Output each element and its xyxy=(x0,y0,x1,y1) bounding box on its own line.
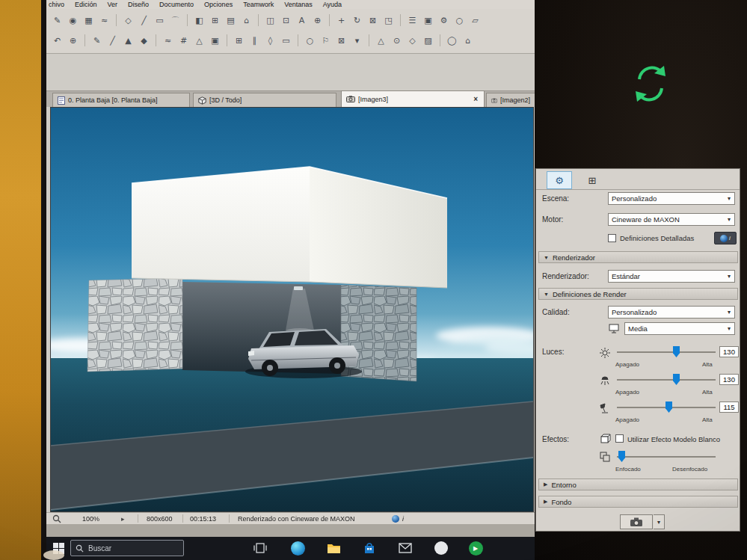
menu-item[interactable]: Ventanas xyxy=(284,1,313,8)
toolbar-icon[interactable]: ▱ xyxy=(469,13,482,27)
tab-imagen2[interactable]: [Imagen2] xyxy=(486,93,535,107)
zoom-level[interactable]: 100% xyxy=(82,515,99,523)
calidad-select[interactable]: Personalizado ▾ xyxy=(608,306,735,319)
toolbar-icon[interactable]: ◇ xyxy=(122,13,135,27)
toolbar-icon[interactable]: ◯ xyxy=(446,34,458,47)
toolbar-icon[interactable]: ⌂ xyxy=(461,34,474,47)
toolbar-icon[interactable]: + xyxy=(335,13,348,27)
toolbar-icon[interactable]: ⊞ xyxy=(233,34,245,47)
menu-item[interactable]: Ayuda xyxy=(323,1,342,8)
store-button[interactable] xyxy=(360,539,378,557)
mail-button[interactable] xyxy=(396,539,414,557)
render-viewport[interactable] xyxy=(50,107,534,512)
sun-intensity-value[interactable]: 130 xyxy=(719,346,739,357)
toolbar-icon[interactable]: ⌂ xyxy=(240,13,253,27)
toolbar-icon[interactable]: ◳ xyxy=(382,13,395,27)
toolbar-icon[interactable]: ▤ xyxy=(224,13,237,27)
toolbar-icon[interactable]: ▨ xyxy=(422,34,434,47)
toolbar-icon[interactable]: ⊡ xyxy=(280,13,292,27)
menu-item[interactable]: Diseño xyxy=(128,1,149,8)
toolbar-icon[interactable]: △ xyxy=(193,34,206,47)
toolbar-icon[interactable]: ▲ xyxy=(122,34,135,47)
info-label[interactable]: i xyxy=(402,515,404,523)
section-definiciones-render[interactable]: ▼ Definiciones de Render xyxy=(538,288,738,300)
toolbar-icon[interactable]: ╱ xyxy=(138,13,150,27)
toolbar-icon[interactable]: ◆ xyxy=(138,34,150,47)
toolbar-icon[interactable]: ▦ xyxy=(82,13,95,27)
toolbar-icon[interactable]: ◉ xyxy=(67,13,79,27)
render-snapshot-button[interactable] xyxy=(620,514,653,529)
menu-item[interactable]: Opciones xyxy=(204,1,233,8)
toolbar-icon[interactable]: ☰ xyxy=(406,13,419,27)
toolbar-icon[interactable]: # xyxy=(177,34,190,47)
toolbar-icon[interactable]: ◇ xyxy=(406,34,419,47)
media-select[interactable]: Media ▾ xyxy=(624,322,735,335)
media-player-button[interactable]: ▶ xyxy=(467,539,485,557)
toolbar-icon[interactable]: ⊕ xyxy=(311,13,324,27)
toolbar-icon[interactable]: ⌒ xyxy=(169,13,182,27)
section-entorno[interactable]: ▶ Entorno xyxy=(538,479,738,490)
toolbar-icon[interactable]: ⊠ xyxy=(366,13,379,27)
toolbar-icon[interactable]: ⚙ xyxy=(437,13,450,27)
file-explorer-button[interactable] xyxy=(325,539,342,557)
toolbar-icon[interactable]: ✎ xyxy=(51,13,64,27)
tab-settings-gear[interactable]: ⚙ xyxy=(547,171,572,189)
menu-item[interactable]: Documento xyxy=(159,1,194,8)
detailed-info-button[interactable]: i xyxy=(714,232,737,244)
menu-item[interactable]: Edición xyxy=(75,1,97,8)
toolbar-icon[interactable]: ◫ xyxy=(264,13,277,27)
toolbar-icon[interactable]: ▣ xyxy=(422,13,434,27)
toolbar-icon[interactable]: ⚐ xyxy=(319,34,332,47)
toolbar-icon[interactable]: △ xyxy=(375,34,387,47)
task-view-button[interactable] xyxy=(251,539,269,557)
app-button[interactable] xyxy=(432,539,450,557)
tab-imagen3[interactable]: [Imagen3] × xyxy=(341,90,485,107)
efecto-modelo-blanco-checkbox[interactable] xyxy=(615,434,624,443)
render-resolution[interactable]: 800x600 xyxy=(147,515,173,523)
toolbar-icon[interactable]: ⊕ xyxy=(67,34,79,47)
toolbar-icon[interactable]: ≈ xyxy=(98,13,111,27)
ambient-intensity-value[interactable]: 115 xyxy=(719,401,739,413)
toolbar-icon[interactable]: ▾ xyxy=(351,34,363,47)
definiciones-detalladas-checkbox[interactable] xyxy=(608,234,616,242)
sun-intensity-slider[interactable] xyxy=(617,351,716,353)
slider-handle[interactable] xyxy=(665,401,672,413)
tab-3d-todo[interactable]: [3D / Todo] xyxy=(193,93,336,107)
snapshot-options-button[interactable]: ▾ xyxy=(654,514,665,529)
toolbar-icon[interactable]: A xyxy=(295,13,308,27)
lamp-intensity-value[interactable]: 130 xyxy=(719,374,739,385)
motor-select[interactable]: Cineware de MAXON ▾ xyxy=(608,213,735,226)
toolbar-icon[interactable]: ✎ xyxy=(90,34,103,47)
slider-handle[interactable] xyxy=(673,374,680,385)
slider-handle[interactable] xyxy=(673,346,680,357)
close-icon[interactable]: × xyxy=(472,95,479,103)
toolbar-icon[interactable]: ▣ xyxy=(209,34,221,47)
info-sphere-icon[interactable] xyxy=(392,515,399,523)
toolbar-icon[interactable]: ≈ xyxy=(162,34,174,47)
renderizador-select[interactable]: Estándar ▾ xyxy=(608,270,735,283)
toolbar-icon[interactable]: ⊠ xyxy=(335,34,348,47)
section-renderizador[interactable]: ▼ Renderizador xyxy=(538,251,738,263)
toolbar-icon[interactable]: ∥ xyxy=(248,34,261,47)
focus-slider[interactable] xyxy=(617,456,716,458)
toolbar-icon[interactable]: ◧ xyxy=(193,13,206,27)
tab-planta-baja[interactable]: 0. Planta Baja [0. Planta Baja] xyxy=(52,93,190,107)
zoom-menu-arrow[interactable]: ▸ xyxy=(121,515,125,523)
lamp-intensity-slider[interactable] xyxy=(617,379,716,381)
toolbar-icon[interactable]: ↶ xyxy=(51,34,64,47)
escena-select[interactable]: Personalizado ▾ xyxy=(608,192,735,205)
menu-item[interactable]: chivo xyxy=(49,1,64,8)
toolbar-icon[interactable]: ╱ xyxy=(106,34,119,47)
toolbar-icon[interactable]: ⊞ xyxy=(209,13,221,27)
slider-handle[interactable] xyxy=(618,451,625,462)
tab-layout-grid[interactable]: ⊞ xyxy=(580,171,605,189)
search-input[interactable]: Buscar xyxy=(70,540,184,556)
menu-item[interactable]: Ver xyxy=(108,1,118,8)
section-fondo[interactable]: ▶ Fondo xyxy=(538,496,738,508)
edge-browser-button[interactable] xyxy=(289,539,307,557)
zoom-icon[interactable] xyxy=(52,514,61,523)
toolbar-icon[interactable]: ▭ xyxy=(280,34,292,47)
toolbar-icon[interactable]: ◊ xyxy=(264,34,277,47)
toolbar-icon[interactable]: ↻ xyxy=(351,13,363,27)
toolbar-icon[interactable]: ○ xyxy=(304,34,316,47)
